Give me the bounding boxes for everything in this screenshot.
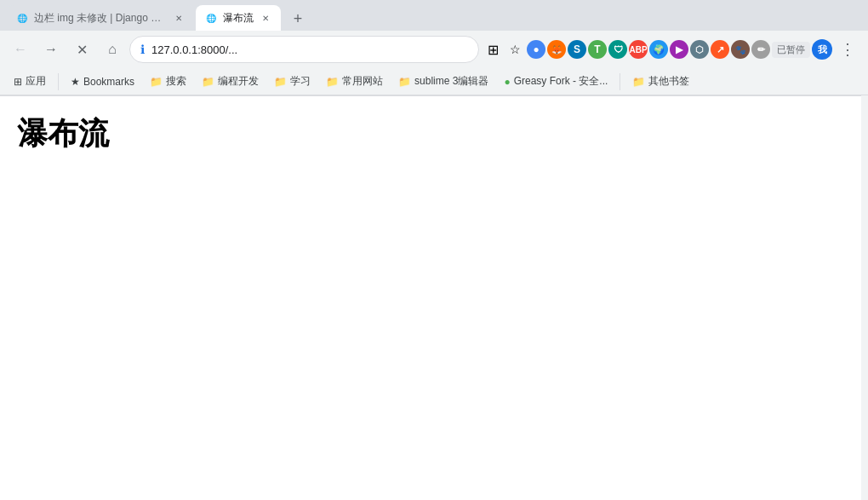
tab-bar: 🌐 边栏 img 未修改 | Django 运... ✕ 🌐 瀑布流 ✕ +	[0, 0, 868, 31]
bookmark-search-label: 搜索	[166, 74, 186, 89]
ext-globe-green[interactable]: 🌍	[649, 40, 668, 59]
ext-pencil-gray[interactable]: ✏	[751, 40, 770, 59]
apps-icon: ⊞	[14, 76, 22, 88]
suspended-badge[interactable]: 已暂停	[772, 42, 810, 58]
menu-button[interactable]: ⋮	[834, 36, 861, 63]
bookmark-search-icon: 📁	[150, 76, 163, 88]
reload-button[interactable]: ✕	[68, 36, 95, 63]
bookmarks-star-icon: ★	[71, 76, 80, 88]
page-content: 瀑布流	[0, 96, 868, 500]
bookmark-bookmarks[interactable]: ★ Bookmarks	[64, 72, 141, 92]
tab-2-favicon: 🌐	[204, 11, 218, 25]
tab-2[interactable]: 🌐 瀑布流 ✕	[196, 5, 281, 31]
address-bar[interactable]: ℹ 127.0.0.1:8000/...	[129, 36, 479, 63]
ext-hex-gray[interactable]: ⬡	[690, 40, 709, 59]
ext-s-blue[interactable]: S	[568, 40, 586, 59]
home-icon: ⌂	[108, 42, 117, 57]
bookmarks-separator	[58, 73, 59, 90]
apps-label: 应用	[26, 74, 46, 89]
bookmark-dev[interactable]: 📁 编程开发	[195, 72, 266, 92]
ext-t-green[interactable]: T	[588, 40, 607, 59]
apps-grid-icon[interactable]: ⊞	[483, 39, 503, 60]
new-tab-button[interactable]: +	[286, 7, 310, 31]
bookmarks-bar: ⊞ 应用 ★ Bookmarks 📁 搜索 📁 编程开发 📁 学习 📁 常用网站	[0, 68, 868, 95]
bookmark-sublime-icon: 📁	[398, 76, 411, 88]
tab-1[interactable]: 🌐 边栏 img 未修改 | Django 运... ✕	[7, 5, 194, 31]
tab-1-title: 边栏 img 未修改 | Django 运...	[34, 11, 167, 26]
bookmarks-separator-2	[620, 73, 620, 90]
address-text: 127.0.0.1:8000/...	[151, 43, 468, 56]
tab-2-close[interactable]: ✕	[259, 11, 272, 25]
ext-video-purple[interactable]: ▶	[670, 40, 688, 59]
bookmark-star-icon[interactable]: ☆	[505, 39, 525, 60]
scrollbar-track[interactable]	[861, 95, 868, 500]
bookmark-greasy-fork[interactable]: ● Greasy Fork - 安全...	[497, 72, 614, 92]
bookmark-learn-label: 学习	[290, 74, 311, 89]
back-icon: ←	[14, 42, 27, 57]
ext-circle-blue[interactable]: ●	[527, 40, 545, 59]
ext-paw-brown[interactable]: 🐾	[731, 40, 750, 59]
bookmark-greasy-icon: ●	[504, 76, 510, 88]
bookmark-learn[interactable]: 📁 学习	[267, 72, 317, 92]
bookmark-other-icon: 📁	[632, 76, 645, 88]
bookmark-common-icon: 📁	[326, 76, 339, 88]
bookmark-common-label: 常用网站	[342, 74, 383, 89]
bookmark-other[interactable]: 📁 其他书签	[625, 72, 696, 92]
extensions-area: ⊞ ☆ ● 🦊 S T 🛡	[483, 36, 861, 63]
ext-circle-orange[interactable]: 🦊	[547, 40, 566, 59]
apps-button[interactable]: ⊞ 应用	[7, 72, 53, 92]
bookmarks-label: Bookmarks	[83, 76, 134, 88]
toolbar: ← → ✕ ⌂ ℹ 127.0.0.1:8000/... ⊞ ☆	[0, 31, 868, 68]
bookmark-learn-icon: 📁	[274, 76, 287, 88]
page-title: 瀑布流	[17, 113, 851, 155]
ext-abp-red[interactable]: ABP	[629, 40, 648, 59]
tab-2-title: 瀑布流	[223, 11, 254, 26]
ext-arrow-orange[interactable]: ↗	[711, 40, 729, 59]
info-icon: ℹ	[140, 43, 145, 56]
reload-icon: ✕	[77, 42, 88, 58]
tab-1-close[interactable]: ✕	[172, 11, 186, 25]
bookmark-sublime[interactable]: 📁 sublime 3编辑器	[391, 72, 495, 92]
back-button[interactable]: ←	[7, 36, 34, 63]
browser-chrome: 🌐 边栏 img 未修改 | Django 运... ✕ 🌐 瀑布流 ✕ + ←…	[0, 0, 868, 96]
bookmark-common[interactable]: 📁 常用网站	[319, 72, 390, 92]
profile-avatar[interactable]: 我	[812, 39, 832, 60]
ext-shield-teal[interactable]: 🛡	[608, 40, 627, 59]
bookmark-dev-icon: 📁	[202, 76, 214, 88]
bookmark-dev-label: 编程开发	[218, 74, 259, 89]
forward-icon: →	[44, 42, 58, 57]
bookmark-other-label: 其他书签	[648, 74, 689, 89]
home-button[interactable]: ⌂	[99, 36, 126, 63]
bookmark-greasy-label: Greasy Fork - 安全...	[514, 74, 608, 89]
tab-1-favicon: 🌐	[15, 11, 29, 25]
forward-button[interactable]: →	[37, 36, 65, 63]
bookmark-sublime-label: sublime 3编辑器	[414, 74, 488, 89]
bookmark-search[interactable]: 📁 搜索	[143, 72, 193, 92]
